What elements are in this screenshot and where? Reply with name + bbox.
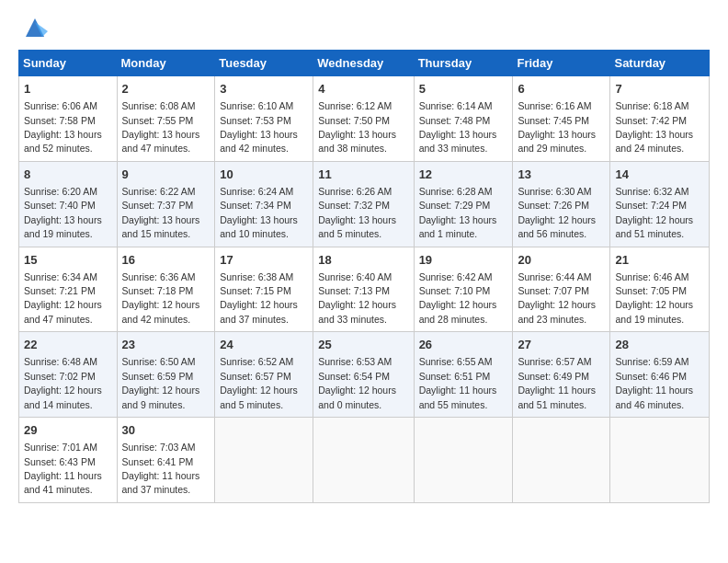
calendar-week-row: 1Sunrise: 6:06 AMSunset: 7:58 PMDaylight… [19,76,710,162]
calendar-cell: 4Sunrise: 6:12 AMSunset: 7:50 PMDaylight… [313,76,414,162]
day-info: Sunrise: 6:24 AMSunset: 7:34 PMDaylight:… [220,186,298,239]
calendar-cell: 13Sunrise: 6:30 AMSunset: 7:26 PMDayligh… [513,161,610,247]
day-info: Sunrise: 6:28 AMSunset: 7:29 PMDaylight:… [419,186,497,239]
weekday-header-thursday: Thursday [414,51,513,76]
calendar-week-row: 22Sunrise: 6:48 AMSunset: 7:02 PMDayligh… [19,332,710,418]
day-info: Sunrise: 6:59 AMSunset: 6:46 PMDaylight:… [615,356,693,409]
day-info: Sunrise: 6:34 AMSunset: 7:21 PMDaylight:… [24,271,102,325]
day-number: 11 [318,167,408,183]
day-number: 2 [122,81,210,98]
day-number: 29 [24,422,112,439]
day-info: Sunrise: 6:38 AMSunset: 7:15 PMDaylight:… [220,271,298,325]
calendar-cell: 26Sunrise: 6:55 AMSunset: 6:51 PMDayligh… [414,332,513,418]
calendar-cell: 10Sunrise: 6:24 AMSunset: 7:34 PMDayligh… [215,161,313,247]
day-number: 10 [220,167,308,183]
day-info: Sunrise: 6:57 AMSunset: 6:49 PMDaylight:… [518,356,596,409]
calendar-cell: 23Sunrise: 6:50 AMSunset: 6:59 PMDayligh… [117,332,215,418]
day-number: 26 [419,337,508,353]
day-info: Sunrise: 6:53 AMSunset: 6:54 PMDaylight:… [318,356,396,409]
header [18,15,710,40]
day-info: Sunrise: 6:50 AMSunset: 6:59 PMDaylight:… [122,356,200,409]
calendar-cell: 9Sunrise: 6:22 AMSunset: 7:37 PMDaylight… [117,161,215,247]
day-number: 21 [615,252,704,269]
day-number: 7 [615,81,704,98]
weekday-header-wednesday: Wednesday [313,51,414,76]
calendar-cell: 14Sunrise: 6:32 AMSunset: 7:24 PMDayligh… [610,161,710,247]
day-number: 6 [518,81,605,98]
day-number: 15 [24,252,112,269]
day-info: Sunrise: 6:42 AMSunset: 7:10 PMDaylight:… [419,271,497,325]
calendar-cell: 11Sunrise: 6:26 AMSunset: 7:32 PMDayligh… [313,161,414,247]
day-info: Sunrise: 6:32 AMSunset: 7:24 PMDaylight:… [615,186,693,239]
day-info: Sunrise: 6:20 AMSunset: 7:40 PMDaylight:… [24,186,102,239]
calendar-cell: 7Sunrise: 6:18 AMSunset: 7:42 PMDaylight… [610,76,710,162]
day-info: Sunrise: 6:14 AMSunset: 7:48 PMDaylight:… [419,100,497,154]
calendar-cell: 15Sunrise: 6:34 AMSunset: 7:21 PMDayligh… [19,247,118,332]
day-info: Sunrise: 6:26 AMSunset: 7:32 PMDaylight:… [318,186,396,239]
weekday-header-tuesday: Tuesday [215,51,313,76]
weekday-header-monday: Monday [117,51,215,76]
weekday-header-row: SundayMondayTuesdayWednesdayThursdayFrid… [19,51,710,76]
day-info: Sunrise: 6:10 AMSunset: 7:53 PMDaylight:… [220,100,298,154]
weekday-header-friday: Friday [513,51,610,76]
calendar-cell: 29Sunrise: 7:01 AMSunset: 6:43 PMDayligh… [19,418,118,503]
calendar-cell: 3Sunrise: 6:10 AMSunset: 7:53 PMDaylight… [215,76,313,162]
day-number: 18 [318,252,408,269]
day-number: 25 [318,337,408,353]
calendar-cell [610,418,710,503]
day-info: Sunrise: 6:16 AMSunset: 7:45 PMDaylight:… [518,100,596,154]
calendar-cell: 5Sunrise: 6:14 AMSunset: 7:48 PMDaylight… [414,76,513,162]
calendar-cell: 22Sunrise: 6:48 AMSunset: 7:02 PMDayligh… [19,332,118,418]
day-number: 12 [419,167,508,183]
day-info: Sunrise: 6:48 AMSunset: 7:02 PMDaylight:… [24,356,102,409]
calendar-week-row: 15Sunrise: 6:34 AMSunset: 7:21 PMDayligh… [19,247,710,332]
calendar-cell: 30Sunrise: 7:03 AMSunset: 6:41 PMDayligh… [117,418,215,503]
calendar-cell: 27Sunrise: 6:57 AMSunset: 6:49 PMDayligh… [513,332,610,418]
day-number: 9 [122,167,210,183]
day-number: 23 [122,337,210,353]
day-number: 30 [122,422,210,439]
day-number: 3 [220,81,308,98]
calendar-cell: 28Sunrise: 6:59 AMSunset: 6:46 PMDayligh… [610,332,710,418]
day-info: Sunrise: 6:46 AMSunset: 7:05 PMDaylight:… [615,271,693,325]
day-number: 8 [24,167,112,183]
day-number: 17 [220,252,308,269]
calendar-cell: 19Sunrise: 6:42 AMSunset: 7:10 PMDayligh… [414,247,513,332]
logo [18,15,48,40]
logo-icon [22,15,48,40]
weekday-header-saturday: Saturday [610,51,710,76]
weekday-header-sunday: Sunday [19,51,118,76]
day-info: Sunrise: 6:22 AMSunset: 7:37 PMDaylight:… [122,186,200,239]
day-info: Sunrise: 6:55 AMSunset: 6:51 PMDaylight:… [419,356,497,409]
calendar-cell: 6Sunrise: 6:16 AMSunset: 7:45 PMDaylight… [513,76,610,162]
day-number: 16 [122,252,210,269]
day-info: Sunrise: 6:06 AMSunset: 7:58 PMDaylight:… [24,100,102,154]
day-info: Sunrise: 6:36 AMSunset: 7:18 PMDaylight:… [122,271,200,325]
day-info: Sunrise: 6:44 AMSunset: 7:07 PMDaylight:… [518,271,596,325]
calendar-cell: 25Sunrise: 6:53 AMSunset: 6:54 PMDayligh… [313,332,414,418]
day-info: Sunrise: 7:01 AMSunset: 6:43 PMDaylight:… [24,442,102,495]
calendar-cell: 1Sunrise: 6:06 AMSunset: 7:58 PMDaylight… [19,76,118,162]
calendar-table: SundayMondayTuesdayWednesdayThursdayFrid… [18,50,710,503]
day-number: 1 [24,81,112,98]
day-number: 24 [220,337,308,353]
calendar-cell: 24Sunrise: 6:52 AMSunset: 6:57 PMDayligh… [215,332,313,418]
calendar-cell: 16Sunrise: 6:36 AMSunset: 7:18 PMDayligh… [117,247,215,332]
day-info: Sunrise: 6:18 AMSunset: 7:42 PMDaylight:… [615,100,693,154]
day-number: 27 [518,337,605,353]
calendar-cell [414,418,513,503]
day-number: 4 [318,81,408,98]
calendar-cell: 18Sunrise: 6:40 AMSunset: 7:13 PMDayligh… [313,247,414,332]
day-info: Sunrise: 6:40 AMSunset: 7:13 PMDaylight:… [318,271,396,325]
calendar-cell: 8Sunrise: 6:20 AMSunset: 7:40 PMDaylight… [19,161,118,247]
calendar-week-row: 8Sunrise: 6:20 AMSunset: 7:40 PMDaylight… [19,161,710,247]
day-info: Sunrise: 7:03 AMSunset: 6:41 PMDaylight:… [122,442,200,495]
day-number: 22 [24,337,112,353]
calendar-cell [313,418,414,503]
day-number: 19 [419,252,508,269]
calendar-cell: 17Sunrise: 6:38 AMSunset: 7:15 PMDayligh… [215,247,313,332]
calendar-cell [513,418,610,503]
calendar-cell: 2Sunrise: 6:08 AMSunset: 7:55 PMDaylight… [117,76,215,162]
day-number: 13 [518,167,605,183]
calendar-cell [215,418,313,503]
